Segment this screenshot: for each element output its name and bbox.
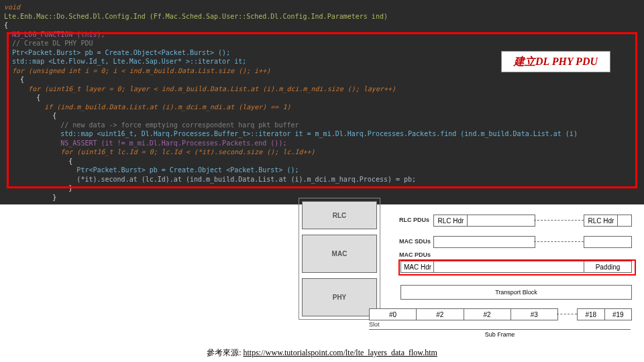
code-text: Lte.Enb.Mac::Do.Sched.Dl.Config.Ind (Ff.… bbox=[4, 13, 388, 20]
dash-2 bbox=[534, 241, 584, 242]
code-text: NS_ASSERT (it != m_mi.Dl.Harq.Processes.… bbox=[4, 139, 286, 147]
slot-1: #2 bbox=[417, 309, 464, 320]
code-text: { bbox=[4, 111, 640, 121]
code-text: { bbox=[4, 21, 640, 30]
dash-1 bbox=[534, 220, 584, 221]
code-text: { bbox=[4, 75, 640, 84]
label-slot: Slot bbox=[369, 321, 380, 328]
code-text: std::map <uint16_t, Dl.Harq.Processes.Bu… bbox=[4, 130, 578, 137]
box-machdr: MAC Hdr bbox=[400, 261, 435, 273]
box-macsdu-1 bbox=[433, 236, 535, 248]
box-mac-payload bbox=[433, 261, 585, 273]
slot-row-end: #18 #19 bbox=[577, 308, 632, 320]
code-text: std::map <Lte.Flow.Id_t, Lte.Mac.Sap.Use… bbox=[4, 58, 246, 65]
label-rlcpdus: RLC PDUs bbox=[399, 217, 429, 223]
box-transport-block: Transport Block bbox=[400, 285, 632, 300]
code-text: { bbox=[4, 93, 640, 103]
layer-phy: PHY bbox=[302, 278, 377, 316]
slot-2: #2 bbox=[464, 309, 511, 320]
label-macsdus: MAC SDUs bbox=[399, 238, 431, 245]
box-rlchdr-1: RLC Hdr bbox=[433, 215, 468, 227]
footer-link[interactable]: https://www.tutorialspoint.com/lte/lte_l… bbox=[243, 348, 437, 357]
slot-19: #19 bbox=[605, 309, 632, 320]
slot-row: #0 #2 #2 #3 bbox=[369, 308, 558, 320]
code-text: { bbox=[4, 157, 640, 166]
annotation-callout: 建立DL PHY PDU bbox=[501, 51, 610, 72]
footer-prefix: 參考來源: bbox=[207, 348, 243, 357]
code-text: for (uint16_t layer = 0; layer < ind.m_b… bbox=[4, 85, 396, 93]
box-macsdu-2 bbox=[584, 236, 632, 248]
label-subframe: Sub Frame bbox=[369, 329, 631, 338]
footer-citation: 參考來源: https://www.tutorialspoint.com/lte… bbox=[0, 347, 644, 359]
code-text: } bbox=[4, 184, 640, 193]
annotation-en: DL PHY PDU bbox=[535, 56, 598, 67]
box-rlchdr-2: RLC Hdr bbox=[584, 215, 619, 227]
slot-3: #3 bbox=[511, 309, 557, 320]
code-text: // new data -> force emptying correspond… bbox=[4, 121, 299, 129]
code-text: Ptr<Packet.Burst> pb = Create.Object <Pa… bbox=[4, 166, 299, 174]
protocol-diagram: RLC MAC PHY RLC PDUs RLC Hdr RLC Hdr MAC… bbox=[282, 198, 631, 342]
annotation-zh: 建立 bbox=[514, 56, 535, 67]
code-text: void bbox=[4, 3, 20, 11]
slot-18: #18 bbox=[578, 309, 605, 320]
code-text: // Create DL PHY PDU bbox=[4, 40, 93, 47]
code-editor: void Lte.Enb.Mac::Do.Sched.Dl.Config.Ind… bbox=[0, 0, 644, 204]
box-rlc-payload-2 bbox=[617, 215, 632, 227]
layer-rlc: RLC bbox=[302, 201, 377, 229]
box-rlc-payload-1 bbox=[467, 215, 535, 227]
label-macpdus: MAC PDUs bbox=[399, 251, 431, 258]
code-text: (*it).second.at (lc.Id).at (ind.m_build.… bbox=[4, 175, 640, 184]
slot-ellipsis bbox=[557, 314, 577, 314]
layer-mac: MAC bbox=[302, 235, 377, 273]
code-text: NS_LOG_FUNCTION (this); bbox=[4, 31, 105, 38]
slot-0: #0 bbox=[370, 309, 417, 320]
code-text: Ptr<Packet.Burst> pb = Create.Object<Pac… bbox=[4, 49, 230, 56]
code-text: for (uint16_t lc.Id = 0; lc.Id < (*it).s… bbox=[4, 148, 315, 156]
code-text: if (ind.m_build.Data.List.at (i).m_dci.m… bbox=[4, 103, 290, 111]
code-text: for (unsigned int i = 0; i < ind.m_build… bbox=[4, 67, 270, 74]
box-padding: Padding bbox=[584, 261, 632, 273]
